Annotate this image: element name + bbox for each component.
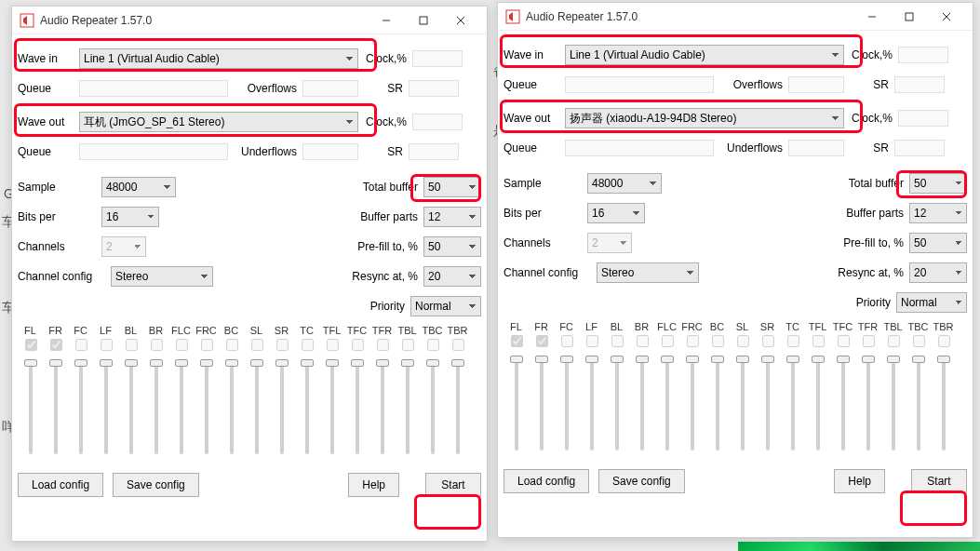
channel-checkbox-tbl[interactable] <box>888 335 900 347</box>
channel-checkbox-lf[interactable] <box>101 339 113 351</box>
start-button[interactable]: Start <box>911 469 967 493</box>
channel-checkbox-fl[interactable] <box>25 339 37 351</box>
minimize-button[interactable] <box>368 7 405 34</box>
resync-select[interactable]: 20 <box>909 262 967 283</box>
channel-checkbox-bc[interactable] <box>712 335 724 347</box>
channel-checkbox-fc[interactable] <box>75 339 87 351</box>
channel-slider-tbc[interactable] <box>917 357 920 450</box>
channel-checkbox-flc[interactable] <box>176 339 188 351</box>
channel-checkbox-tbr[interactable] <box>452 339 464 351</box>
priority-select[interactable]: Normal <box>410 296 481 316</box>
buffer-parts-select[interactable]: 12 <box>423 207 481 227</box>
channel-slider-tfr[interactable] <box>866 357 870 450</box>
channel-checkbox-tfr[interactable] <box>377 339 389 351</box>
channel-checkbox-tbc[interactable] <box>913 335 925 347</box>
channel-checkbox-tfr[interactable] <box>863 335 875 347</box>
channel-slider-fl[interactable] <box>515 357 518 450</box>
channel-slider-frc[interactable] <box>205 361 208 454</box>
channel-config-select[interactable]: Stereo <box>111 266 213 287</box>
load-config-button[interactable]: Load config <box>503 469 589 493</box>
channel-slider-tfl[interactable] <box>330 361 334 454</box>
channel-slider-frc[interactable] <box>691 357 694 450</box>
bits-per-select[interactable]: 16 <box>101 207 159 227</box>
channel-slider-tbl[interactable] <box>892 357 895 450</box>
prefill-select[interactable]: 50 <box>909 233 967 253</box>
priority-select[interactable]: Normal <box>896 292 967 313</box>
channel-slider-tfc[interactable] <box>356 361 359 454</box>
minimize-button[interactable] <box>853 4 891 30</box>
channel-slider-flc[interactable] <box>180 361 183 454</box>
save-config-button[interactable]: Save config <box>113 473 199 497</box>
channel-slider-bc[interactable] <box>716 357 719 450</box>
channel-checkbox-tbc[interactable] <box>427 339 439 351</box>
channel-slider-tbr[interactable] <box>456 361 460 454</box>
channel-slider-tbr[interactable] <box>942 357 946 450</box>
channel-checkbox-tbr[interactable] <box>938 335 950 347</box>
channel-checkbox-bl[interactable] <box>611 335 624 347</box>
channel-checkbox-frc[interactable] <box>201 339 213 351</box>
wave-out-select[interactable]: 扬声器 (xiaodu-A19-94D8 Stereo) <box>565 108 844 128</box>
total-buffer-select[interactable]: 50 <box>909 173 967 194</box>
wave-out-select[interactable]: 耳机 (JmGO_SP_61 Stereo) <box>79 112 358 132</box>
sample-select[interactable]: 48000 <box>101 177 176 197</box>
channel-slider-br[interactable] <box>640 357 644 450</box>
channel-slider-tfc[interactable] <box>841 357 845 450</box>
channel-config-select[interactable]: Stereo <box>597 262 699 283</box>
channel-slider-tfl[interactable] <box>816 357 820 450</box>
channel-slider-fc[interactable] <box>565 357 569 450</box>
channel-slider-tc[interactable] <box>791 357 795 450</box>
channel-checkbox-fr[interactable] <box>50 339 62 351</box>
channel-checkbox-fc[interactable] <box>561 335 573 347</box>
resync-select[interactable]: 20 <box>423 266 481 287</box>
prefill-select[interactable]: 50 <box>423 236 481 257</box>
channel-checkbox-tfl[interactable] <box>812 335 825 347</box>
load-config-button[interactable]: Load config <box>18 473 103 497</box>
channel-checkbox-sl[interactable] <box>737 335 749 347</box>
channel-slider-fl[interactable] <box>29 361 33 454</box>
channel-slider-flc[interactable] <box>665 357 669 450</box>
channel-checkbox-bc[interactable] <box>226 339 238 351</box>
channel-checkbox-bl[interactable] <box>126 339 138 351</box>
channel-slider-bc[interactable] <box>230 361 234 454</box>
channel-checkbox-flc[interactable] <box>662 335 674 347</box>
channel-slider-tbl[interactable] <box>406 361 409 454</box>
start-button[interactable]: Start <box>425 473 481 497</box>
wave-in-select[interactable]: Line 1 (Virtual Audio Cable) <box>565 45 844 65</box>
channel-slider-sl[interactable] <box>255 361 259 454</box>
channel-slider-fr[interactable] <box>54 361 58 454</box>
channel-checkbox-tc[interactable] <box>787 335 799 347</box>
channel-slider-fr[interactable] <box>540 357 544 450</box>
bits-per-select[interactable]: 16 <box>587 203 645 223</box>
close-button[interactable] <box>442 7 479 34</box>
channel-checkbox-tbl[interactable] <box>402 339 414 351</box>
total-buffer-select[interactable]: 50 <box>423 177 481 197</box>
help-button[interactable]: Help <box>348 473 399 497</box>
channel-slider-bl[interactable] <box>129 361 133 454</box>
channel-checkbox-br[interactable] <box>151 339 163 351</box>
channel-checkbox-fl[interactable] <box>511 335 523 347</box>
channel-slider-sr[interactable] <box>280 361 284 454</box>
maximize-button[interactable] <box>405 7 442 34</box>
channel-slider-br[interactable] <box>154 361 158 454</box>
buffer-parts-select[interactable]: 12 <box>909 203 967 223</box>
channel-checkbox-br[interactable] <box>637 335 649 347</box>
wave-in-select[interactable]: Line 1 (Virtual Audio Cable) <box>79 48 358 69</box>
channel-checkbox-frc[interactable] <box>687 335 699 347</box>
channel-slider-bl[interactable] <box>615 357 619 450</box>
channel-checkbox-sr[interactable] <box>276 339 289 351</box>
channel-checkbox-fr[interactable] <box>536 335 548 347</box>
channel-checkbox-sr[interactable] <box>762 335 774 347</box>
channel-checkbox-tfc[interactable] <box>352 339 364 351</box>
channel-slider-fc[interactable] <box>79 361 83 454</box>
channel-slider-tbc[interactable] <box>431 361 435 454</box>
maximize-button[interactable] <box>891 4 928 30</box>
channel-slider-sl[interactable] <box>741 357 745 450</box>
sample-select[interactable]: 48000 <box>587 173 662 194</box>
channel-slider-tfr[interactable] <box>381 361 384 454</box>
channel-slider-sr[interactable] <box>766 357 770 450</box>
channel-checkbox-tfl[interactable] <box>327 339 339 351</box>
help-button[interactable]: Help <box>834 469 885 493</box>
channel-slider-lf[interactable] <box>104 361 108 454</box>
channel-checkbox-tc[interactable] <box>302 339 314 351</box>
channel-checkbox-sl[interactable] <box>251 339 263 351</box>
